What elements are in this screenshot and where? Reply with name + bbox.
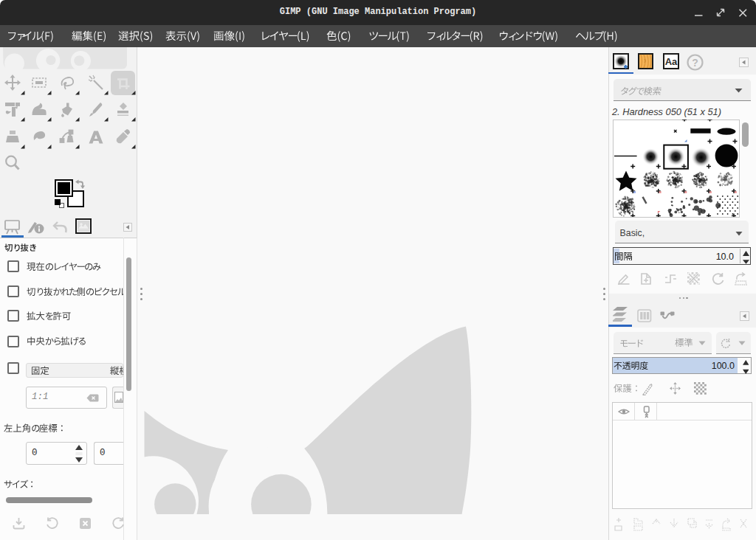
svg-text:Aa: Aa bbox=[665, 56, 678, 67]
svg-text:?: ? bbox=[692, 57, 698, 69]
